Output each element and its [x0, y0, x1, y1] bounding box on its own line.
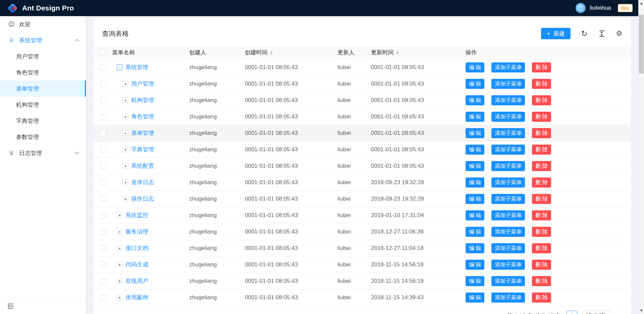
row-checkbox[interactable] — [100, 114, 106, 120]
expand-row-icon[interactable]: + — [122, 163, 128, 169]
add-child-menu-button[interactable]: 添加子菜单 — [491, 260, 525, 270]
menu-name-link[interactable]: 系统监控 — [125, 211, 148, 219]
row-checkbox[interactable] — [100, 64, 106, 70]
sidebar-item-org-mgmt[interactable]: 机构管理 — [0, 97, 86, 113]
row-checkbox[interactable] — [100, 130, 106, 136]
brand[interactable]: Ant Design Pro — [0, 3, 74, 13]
user-name[interactable]: liufeihua — [590, 5, 611, 11]
menu-name-link[interactable]: 系统配置 — [131, 162, 154, 170]
add-child-menu-button[interactable]: 添加子菜单 — [491, 112, 525, 122]
add-child-menu-button[interactable]: 添加子菜单 — [491, 276, 525, 286]
vertical-scrollbar[interactable] — [638, 0, 644, 314]
menu-name-link[interactable]: 在线用户 — [125, 277, 148, 285]
add-child-menu-button[interactable]: 添加子菜单 — [491, 243, 525, 253]
sidebar-item-dict-mgmt[interactable]: 字典管理 — [0, 113, 86, 129]
row-checkbox[interactable] — [100, 97, 106, 103]
edit-button[interactable]: 编 辑 — [466, 227, 484, 237]
add-child-menu-button[interactable]: 添加子菜单 — [491, 161, 525, 171]
expand-row-icon[interactable]: + — [122, 130, 128, 136]
delete-button[interactable]: 删 除 — [532, 112, 551, 122]
column-setting-icon[interactable]: ⚙ — [615, 30, 623, 37]
edit-button[interactable]: 编 辑 — [466, 95, 484, 105]
sidebar-submenu-system[interactable]: ♕ 系统管理 — [0, 32, 86, 48]
menu-name-link[interactable]: 用户管理 — [131, 80, 154, 88]
expand-row-icon[interactable]: + — [122, 81, 128, 87]
row-checkbox[interactable] — [100, 245, 106, 251]
pagination-page-1[interactable]: 1 — [567, 311, 577, 314]
add-child-menu-button[interactable]: 添加子菜单 — [491, 194, 525, 204]
delete-button[interactable]: 删 除 — [532, 145, 551, 155]
menu-name-link[interactable]: 代码生成 — [125, 261, 148, 268]
expand-row-icon[interactable]: + — [117, 212, 122, 218]
delete-button[interactable]: 删 除 — [532, 227, 551, 237]
edit-button[interactable]: 编 辑 — [466, 194, 484, 204]
expand-row-icon[interactable]: + — [122, 97, 128, 103]
page-size-select[interactable]: 15 条/页 — [582, 311, 611, 314]
edit-button[interactable]: 编 辑 — [466, 145, 484, 155]
row-checkbox[interactable] — [100, 196, 106, 202]
row-checkbox[interactable] — [100, 278, 106, 284]
menu-name-link[interactable]: 操作日志 — [131, 195, 154, 203]
edit-button[interactable]: 编 辑 — [466, 112, 484, 122]
edit-button[interactable]: 编 辑 — [466, 62, 484, 72]
expand-row-icon[interactable]: + — [122, 179, 128, 185]
new-button[interactable]: + 新建 — [541, 28, 571, 39]
delete-button[interactable]: 删 除 — [532, 194, 551, 204]
menu-name-link[interactable]: 登录日志 — [131, 178, 154, 186]
row-checkbox[interactable] — [100, 163, 106, 169]
scroll-up-arrow-icon[interactable] — [640, 2, 643, 4]
delete-button[interactable]: 删 除 — [532, 62, 551, 72]
row-checkbox[interactable] — [100, 81, 106, 87]
scroll-down-arrow-icon[interactable] — [640, 310, 643, 312]
row-checkbox[interactable] — [100, 212, 106, 218]
edit-button[interactable]: 编 辑 — [466, 243, 484, 253]
delete-button[interactable]: 删 除 — [532, 293, 551, 303]
add-child-menu-button[interactable]: 添加子菜单 — [491, 79, 525, 89]
avatar[interactable]: ☺ — [576, 3, 586, 13]
edit-button[interactable]: 编 辑 — [466, 210, 484, 220]
expand-row-icon[interactable]: + — [122, 147, 128, 152]
delete-button[interactable]: 删 除 — [532, 79, 551, 89]
expand-row-icon[interactable]: + — [122, 196, 128, 202]
add-child-menu-button[interactable]: 添加子菜单 — [491, 62, 525, 72]
column-header-created[interactable]: 创建时间 — [242, 46, 335, 59]
row-checkbox[interactable] — [100, 229, 106, 235]
select-all-checkbox[interactable] — [100, 49, 106, 55]
sidebar-item-user-mgmt[interactable]: 用户管理 — [0, 48, 86, 64]
row-checkbox[interactable] — [100, 262, 106, 268]
delete-button[interactable]: 删 除 — [532, 177, 551, 188]
sidebar-submenu-log[interactable]: ♕ 日志管理 — [0, 145, 86, 161]
add-child-menu-button[interactable]: 添加子菜单 — [491, 227, 525, 237]
delete-button[interactable]: 删 除 — [532, 276, 551, 286]
scrollbar-thumb[interactable] — [639, 15, 644, 73]
delete-button[interactable]: 删 除 — [532, 210, 551, 220]
delete-button[interactable]: 删 除 — [532, 161, 551, 171]
column-header-updated[interactable]: 更新时间 — [368, 46, 461, 59]
sort-carets-icon[interactable] — [270, 51, 273, 55]
expand-row-icon[interactable]: + — [122, 114, 128, 119]
menu-name-link[interactable]: 角色管理 — [131, 113, 154, 120]
edit-button[interactable]: 编 辑 — [466, 161, 484, 171]
collapse-row-icon[interactable]: − — [117, 64, 122, 70]
edit-button[interactable]: 编 辑 — [466, 128, 484, 138]
reload-icon[interactable]: ↻ — [581, 30, 588, 37]
menu-fold-icon[interactable] — [7, 303, 14, 309]
add-child-menu-button[interactable]: 添加子菜单 — [491, 128, 525, 138]
expand-row-icon[interactable]: + — [117, 245, 122, 251]
row-checkbox[interactable] — [100, 147, 106, 153]
add-child-menu-button[interactable]: 添加子菜单 — [491, 177, 525, 188]
delete-button[interactable]: 删 除 — [532, 95, 551, 105]
sidebar-item-menu-mgmt[interactable]: 菜单管理 — [0, 81, 86, 97]
delete-button[interactable]: 删 除 — [532, 243, 551, 253]
edit-button[interactable]: 编 辑 — [466, 260, 484, 270]
density-icon[interactable] — [598, 30, 605, 37]
expand-row-icon[interactable]: + — [117, 262, 122, 267]
add-child-menu-button[interactable]: 添加子菜单 — [491, 145, 525, 155]
edit-button[interactable]: 编 辑 — [466, 276, 484, 286]
delete-button[interactable]: 删 除 — [532, 260, 551, 270]
row-checkbox[interactable] — [100, 295, 106, 301]
add-child-menu-button[interactable]: 添加子菜单 — [491, 210, 525, 220]
delete-button[interactable]: 删 除 — [532, 128, 551, 138]
expand-row-icon[interactable]: + — [117, 229, 122, 234]
menu-name-link[interactable]: 服务治理 — [125, 228, 148, 235]
